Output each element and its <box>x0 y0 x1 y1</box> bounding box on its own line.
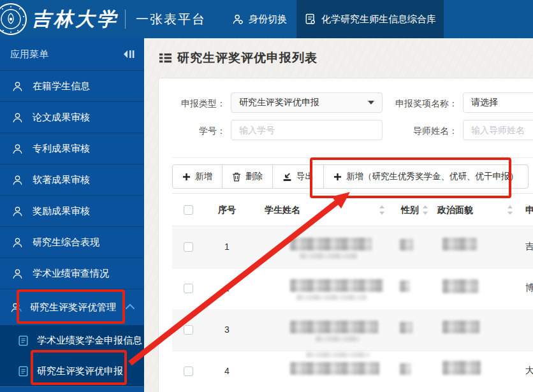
tutor-name-input[interactable] <box>463 120 533 140</box>
student-id-input[interactable] <box>231 120 383 140</box>
add-special-button[interactable]: 新增（研究生优秀奖学金、优研、优干申报） <box>323 164 529 189</box>
form-list-icon <box>17 335 29 347</box>
identity-switch-button[interactable]: 身份切换 <box>231 0 287 38</box>
column-header-political-status: 政治面貌 <box>437 205 473 216</box>
table-toolbar: 新增 删除 导出 新增（研究生优秀奖学金、优研、优干申报） <box>172 164 529 189</box>
add-button[interactable]: 新增 <box>172 164 223 189</box>
redacted-political-status <box>442 321 479 333</box>
redacted-gender <box>400 363 411 375</box>
column-header-clipped: 申报奖项 <box>525 205 533 216</box>
sidebar-group-award-management[interactable]: 研究生评奖评优管理 <box>0 289 144 325</box>
redacted-political-status <box>442 361 481 375</box>
redacted-student-name <box>290 362 379 375</box>
redacted-political-status <box>442 279 478 293</box>
export-button[interactable]: 导出 <box>272 164 324 189</box>
delete-button[interactable]: 删除 <box>222 164 273 189</box>
row-index: 3 <box>215 324 238 335</box>
plus-icon <box>333 173 342 181</box>
row-checkbox[interactable] <box>184 284 193 293</box>
sidebar-item-software-review[interactable]: 软著成果审核 <box>0 164 144 196</box>
submenu-item-award-application[interactable]: 研究生评奖评优申报 <box>0 356 144 387</box>
row-checkbox[interactable] <box>184 367 193 376</box>
column-header-student-name: 学生姓名 <box>265 205 300 216</box>
redacted-political-status <box>442 238 477 250</box>
person-icon <box>11 205 24 217</box>
submenu-item-scholarship-info[interactable]: 学术业绩奖学金申报信息 <box>0 325 144 356</box>
redacted-detail <box>296 294 367 300</box>
redacted-gender <box>400 322 413 333</box>
collapse-panel-icon[interactable] <box>122 49 135 59</box>
column-header-gender: 性别 <box>401 205 419 216</box>
caret-down-icon <box>368 101 374 105</box>
sidebar-item-label: 论文成果审核 <box>33 112 90 124</box>
redacted-gender <box>400 239 413 250</box>
sort-arrows-icon[interactable] <box>422 205 428 215</box>
sidebar-item-label: 在籍学生信息 <box>33 80 90 92</box>
sidebar-group-label: 研究生评奖评优管理 <box>30 301 116 314</box>
redacted-detail <box>316 336 360 342</box>
person-icon <box>11 236 24 249</box>
form-list-icon <box>17 365 29 377</box>
export-icon <box>282 172 292 182</box>
add-special-button-label: 新增（研究生优秀奖学金、优研、优干申报） <box>346 171 518 182</box>
sidebar-item-award-review[interactable]: 奖励成果审核 <box>0 196 144 227</box>
clipped-cell-text: 大 <box>525 365 533 377</box>
redacted-student-name <box>290 279 383 292</box>
delete-button-label: 删除 <box>245 171 263 182</box>
table-row[interactable]: 4 大 <box>172 351 533 392</box>
person-icon <box>11 112 24 124</box>
submenu-item-label: 研究生评奖评优申报 <box>37 365 123 377</box>
table-header: 序号 学生姓名 性别 政治面貌 申报奖项 <box>172 193 533 226</box>
sidebar-item-patent-review[interactable]: 专利成果审核 <box>0 133 144 164</box>
people-icon <box>10 301 22 314</box>
sidebar-item-label: 奖励成果审核 <box>33 205 90 217</box>
page-title: 研究生评奖评优申报列表 <box>159 50 318 66</box>
university-seal-logo <box>0 3 27 36</box>
redacted-student-name <box>290 238 372 250</box>
person-gear-icon <box>231 13 244 25</box>
row-index: 4 <box>215 366 238 376</box>
row-checkbox[interactable] <box>184 242 193 252</box>
sidebar-submenu: 学术业绩奖学金申报信息 研究生评奖评优申报 <box>0 325 144 387</box>
table-row[interactable]: 2 博 <box>172 268 533 310</box>
row-checkbox[interactable] <box>184 325 193 335</box>
row-index: 2 <box>215 283 238 293</box>
trash-icon <box>232 172 241 182</box>
sidebar-item-label: 研究生综合表现 <box>33 236 99 249</box>
table-row[interactable]: 1 吉 <box>172 226 533 268</box>
sidebar-item-academic-audit[interactable]: 学术业绩审查情况 <box>0 258 144 289</box>
redacted-student-name <box>290 321 378 333</box>
filter-award-select[interactable]: 请选择 <box>463 92 533 113</box>
sort-arrows-icon[interactable] <box>379 205 385 215</box>
filter-type-select[interactable]: 研究生评奖评优申报 <box>231 92 383 113</box>
sidebar-item-label: 软著成果审核 <box>33 174 90 186</box>
sort-arrows-icon[interactable] <box>507 205 513 215</box>
add-button-label: 新增 <box>195 171 212 182</box>
export-button-label: 导出 <box>296 171 314 182</box>
clipped-cell-text: 吉 <box>525 241 533 252</box>
sidebar: 应用菜单 在籍学生信息 论文成果审核 专利成果审核 软著成果审核 奖励成果审核 <box>0 38 144 392</box>
person-icon <box>11 143 24 155</box>
brand-divider <box>125 10 126 29</box>
select-all-checkbox[interactable] <box>184 205 193 215</box>
plus-icon <box>182 173 191 181</box>
redacted-detail <box>306 352 370 358</box>
sidebar-header: 应用菜单 <box>0 38 144 71</box>
active-app-tab[interactable]: 化学研究生师生信息综合库 <box>296 0 444 38</box>
sidebar-item-label: 专利成果审核 <box>33 143 90 155</box>
person-icon <box>11 268 24 280</box>
document-gear-icon <box>304 13 317 25</box>
sidebar-item-paper-review[interactable]: 论文成果审核 <box>0 102 144 133</box>
sidebar-item-enrolled-students[interactable]: 在籍学生信息 <box>0 71 144 102</box>
filter-award-label: 申报奖项名称： <box>380 98 458 110</box>
person-icon <box>11 174 24 186</box>
column-header-index: 序号 <box>215 205 238 216</box>
top-bar: 吉林大学 一张表平台 身份切换 化学研究生师 <box>0 0 533 38</box>
clipped-cell-text: 博 <box>525 282 533 294</box>
table-row[interactable]: 3 <box>172 309 533 351</box>
sidebar-item-label: 学术业绩审查情况 <box>33 268 109 280</box>
app-root: 吉林大学 一张表平台 身份切换 化学研究生师 <box>0 0 533 392</box>
active-app-label: 化学研究生师生信息综合库 <box>321 13 436 25</box>
sidebar-item-comprehensive-performance[interactable]: 研究生综合表现 <box>0 227 144 258</box>
university-name: 吉林大学 <box>32 6 119 33</box>
